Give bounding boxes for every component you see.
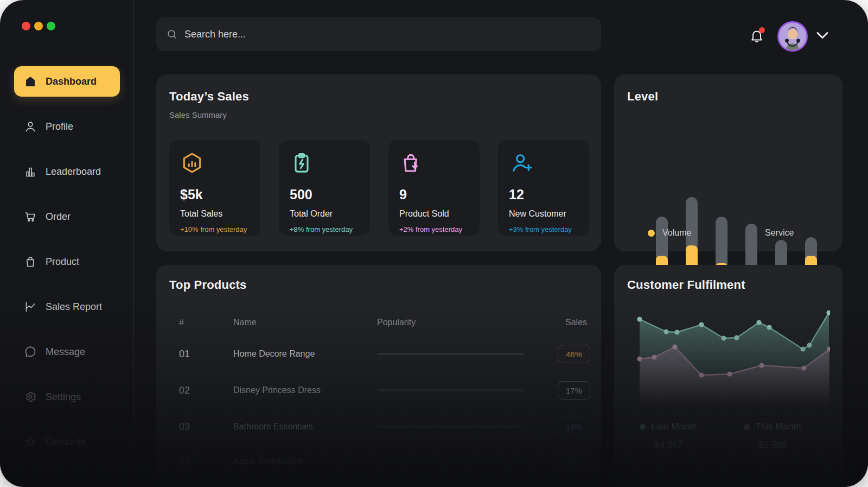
chart-line-icon: [24, 300, 37, 313]
stat-delta: +3% from yesterday: [509, 225, 578, 233]
fulfilment-chart-svg: [627, 296, 830, 421]
stat-card-total-sales[interactable]: $5kTotal Sales+10% from yesterday: [169, 140, 260, 236]
sidebar-item-order[interactable]: Order: [14, 201, 120, 232]
stat-label: Total Sales: [180, 209, 250, 219]
cart-icon: [24, 210, 37, 223]
customer-fulfilment-title: Customer Fulfilment: [627, 278, 829, 292]
sidebar-item-leaderboard[interactable]: Leaderboard: [14, 156, 120, 187]
stat-value: 9: [399, 187, 469, 203]
product-name: Apple Smartwatch: [233, 457, 304, 466]
minimize-window-button[interactable]: [34, 22, 43, 30]
legend-dot: [648, 230, 655, 237]
legend-label: Volume: [662, 228, 691, 238]
legend-label: This Month: [755, 421, 801, 432]
popularity-bar: [377, 426, 524, 428]
notification-bell-button[interactable]: [749, 28, 764, 45]
sidebar: DashboardProfileLeaderboardOrderProductS…: [0, 0, 134, 487]
popularity-bar: [377, 460, 524, 463]
fulfilment-area-chart: [627, 296, 830, 423]
bag-icon: [24, 255, 37, 268]
user-avatar[interactable]: [777, 21, 808, 52]
clipboard-bolt-icon: [290, 151, 314, 175]
product-name: Home Decore Range: [233, 349, 315, 359]
sidebar-item-label: Message: [46, 346, 85, 358]
notification-badge: [759, 27, 765, 33]
close-window-button[interactable]: [22, 22, 30, 30]
top-products-title: Top Products: [169, 278, 588, 292]
sidebar-item-label: Settings: [46, 391, 81, 403]
product-rank: 02: [179, 385, 190, 396]
column-header-num: #: [179, 318, 184, 327]
gear-icon: [24, 390, 37, 403]
sidebar-item-sales-report[interactable]: Sales Report: [14, 292, 120, 322]
search-bar[interactable]: [156, 17, 601, 51]
profile-menu-chevron[interactable]: [816, 31, 829, 40]
column-header-sales: Sales: [565, 318, 587, 327]
product-name: Bathroom Essentials: [233, 422, 313, 432]
user-icon: [24, 120, 37, 133]
sales-summary-subtitle: Sales Summary: [169, 110, 588, 119]
stat-card-product-sold[interactable]: 9Product Sold+2% from yesterday: [388, 140, 480, 236]
sidebar-item-product[interactable]: Product: [14, 246, 120, 277]
legend-dot: [640, 424, 646, 430]
product-rank: 03: [179, 421, 190, 433]
chevron-down-icon: [816, 31, 829, 39]
level-card: Level VolumeService: [614, 74, 843, 251]
level-legend: VolumeService: [614, 228, 843, 241]
avatar-image: [779, 23, 806, 50]
stat-label: Total Order: [290, 209, 359, 219]
stat-delta: +8% from yesterday: [290, 225, 359, 233]
fulfilment-legend-last-month: Last Month$4,087: [614, 421, 723, 451]
column-header-popularity: Popularity: [377, 318, 416, 327]
stat-value: 500: [290, 187, 359, 203]
todays-sales-title: Today’s Sales: [169, 90, 588, 104]
home-icon: [24, 75, 37, 88]
column-header-name: Name: [233, 318, 257, 327]
stat-value: $5k: [180, 187, 250, 203]
sidebar-item-label: Favourite: [46, 437, 86, 448]
legend-value: $4,087: [614, 440, 723, 451]
product-name: Disney Princess Dress: [233, 385, 321, 395]
product-rank: 01: [179, 349, 190, 360]
sidebar-item-label: Dashboard: [46, 76, 97, 87]
stat-label: Product Sold: [399, 209, 469, 219]
customer-fulfilment-card: Customer Fulfilment Last Month$4,087This…: [614, 265, 843, 487]
product-rank: 04: [179, 456, 190, 467]
legend-volume: Volume: [648, 228, 691, 238]
zoom-window-button[interactable]: [47, 22, 55, 30]
message-icon: [24, 345, 37, 358]
sidebar-item-settings[interactable]: Settings: [14, 382, 120, 412]
hex-chart-icon: [180, 151, 204, 175]
stat-delta: +10% from yesterday: [180, 225, 250, 233]
stat-card-total-order[interactable]: 500Total Order+8% from yesterday: [279, 140, 370, 236]
sidebar-item-message[interactable]: Message: [14, 337, 120, 367]
window-controls: [22, 22, 55, 30]
legend-dot: [744, 424, 750, 430]
leaderboard-icon: [24, 165, 37, 178]
sidebar-item-label: Order: [46, 211, 71, 223]
sidebar-item-label: Profile: [46, 121, 73, 132]
sales-badge: 46%: [558, 345, 590, 363]
legend-value: $5,506: [718, 440, 827, 451]
sidebar-item-favourite[interactable]: Favourite: [14, 427, 120, 457]
popularity-bar: [377, 353, 524, 355]
sidebar-item-label: Leaderboard: [46, 166, 101, 178]
sidebar-item-label: Product: [46, 256, 79, 268]
stat-card-new-customer[interactable]: 12New Customer+3% from yesterday: [498, 140, 589, 236]
popularity-bar: [377, 389, 524, 391]
todays-sales-card: Today’s Sales Sales Summary $5kTotal Sal…: [156, 74, 601, 251]
sidebar-nav: DashboardProfileLeaderboardOrderProductS…: [0, 66, 134, 472]
sidebar-item-profile[interactable]: Profile: [14, 111, 120, 142]
stat-delta: +2% from yesterday: [399, 225, 469, 233]
top-products-card: Top Products #NamePopularitySales 01Home…: [156, 265, 601, 487]
bag-down-icon: [399, 151, 423, 175]
legend-label: Service: [765, 228, 794, 238]
legend-dot: [750, 230, 757, 237]
level-title: Level: [627, 90, 829, 104]
sidebar-item-dashboard[interactable]: Dashboard: [14, 66, 120, 97]
legend-label: Last Month: [651, 421, 697, 432]
stat-value: 12: [509, 187, 578, 203]
stat-cards: $5kTotal Sales+10% from yesterday500Tota…: [169, 140, 589, 236]
search-input[interactable]: [184, 29, 591, 40]
dashboard-app: DashboardProfileLeaderboardOrderProductS…: [0, 0, 868, 487]
